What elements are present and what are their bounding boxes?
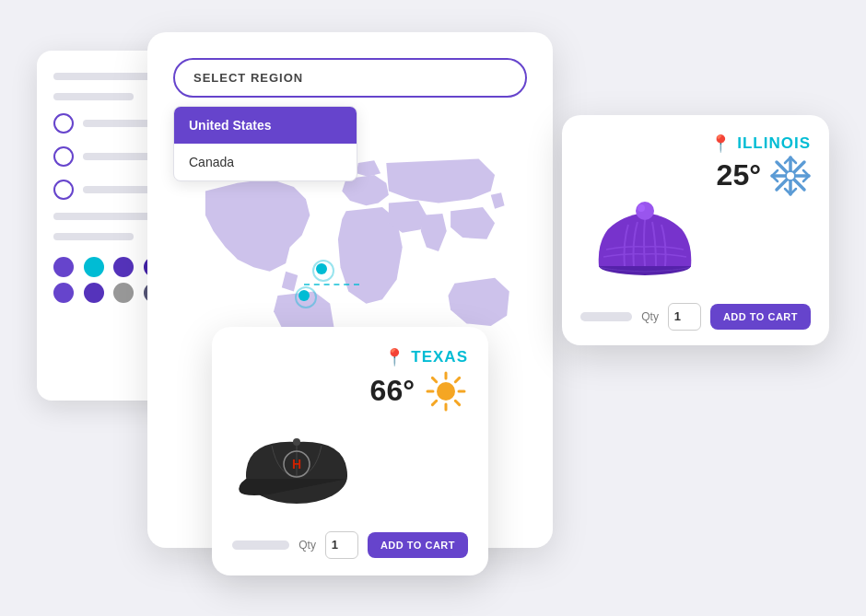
illinois-location: 📍 ILLINOIS — [710, 134, 811, 154]
illinois-product-bottom: Qty ADD TO CART — [580, 294, 811, 331]
color-dot-7[interactable] — [113, 283, 134, 303]
illinois-pin-icon: 📍 — [710, 134, 731, 154]
radio-2[interactable] — [53, 146, 74, 167]
illinois-temp-row: 25° — [580, 156, 811, 196]
list-bar-4 — [53, 233, 134, 240]
svg-point-25 — [786, 171, 795, 180]
texas-product-bottom: Qty ADD TO CART — [232, 522, 468, 559]
svg-point-12 — [293, 438, 300, 446]
illinois-price-bar — [580, 312, 632, 321]
snowflake-icon — [770, 156, 811, 196]
texas-price-bar — [232, 540, 289, 550]
map-dot-illinois — [316, 263, 327, 274]
region-dropdown: United States Canada — [173, 106, 357, 181]
color-dot-1[interactable] — [53, 257, 74, 277]
texas-qty-input[interactable] — [325, 531, 358, 559]
texas-temperature: 66° — [370, 374, 415, 408]
list-bar-2 — [53, 93, 134, 100]
illinois-location-label: ILLINOIS — [737, 134, 811, 153]
texas-location: 📍 TEXAS — [384, 347, 468, 367]
texas-card: 📍 TEXAS 66° — [212, 327, 488, 575]
svg-line-8 — [432, 401, 436, 404]
radio-3[interactable] — [53, 180, 74, 200]
svg-line-7 — [455, 378, 459, 381]
dropdown-item-canada[interactable]: Canada — [174, 144, 357, 180]
color-dot-3[interactable] — [113, 257, 134, 277]
svg-line-6 — [455, 401, 459, 404]
sun-icon — [424, 369, 468, 413]
illinois-qty-label: Qty — [641, 310, 659, 323]
map-dot-texas — [298, 290, 310, 301]
illinois-card: 📍 ILLINOIS 25° — [562, 115, 829, 345]
illinois-add-to-cart-button[interactable]: ADD TO CART — [710, 304, 811, 330]
svg-point-27 — [638, 204, 645, 212]
texas-pin-icon: 📍 — [384, 347, 405, 367]
scene: SELECT REGION United States Canada — [37, 23, 829, 594]
texas-add-to-cart-button[interactable]: ADD TO CART — [368, 532, 468, 558]
svg-point-26 — [636, 202, 654, 220]
region-select-button[interactable]: SELECT REGION — [173, 58, 527, 98]
radio-1[interactable] — [53, 113, 74, 134]
map-dashed-line — [304, 284, 359, 285]
texas-cap-image: H — [232, 425, 361, 517]
svg-text:H: H — [292, 457, 301, 471]
svg-point-0 — [437, 382, 455, 401]
dropdown-item-us[interactable]: United States — [174, 107, 357, 144]
color-dot-2[interactable] — [84, 257, 104, 277]
svg-line-5 — [432, 378, 436, 381]
illinois-temperature: 25° — [717, 158, 761, 192]
color-dot-5[interactable] — [53, 283, 74, 303]
illinois-beanie-image — [580, 202, 709, 294]
illinois-qty-input[interactable] — [668, 303, 701, 331]
texas-temp-row: 66° — [232, 369, 468, 413]
texas-location-label: TEXAS — [411, 348, 468, 366]
texas-qty-label: Qty — [298, 539, 316, 552]
color-dot-6[interactable] — [84, 283, 104, 303]
